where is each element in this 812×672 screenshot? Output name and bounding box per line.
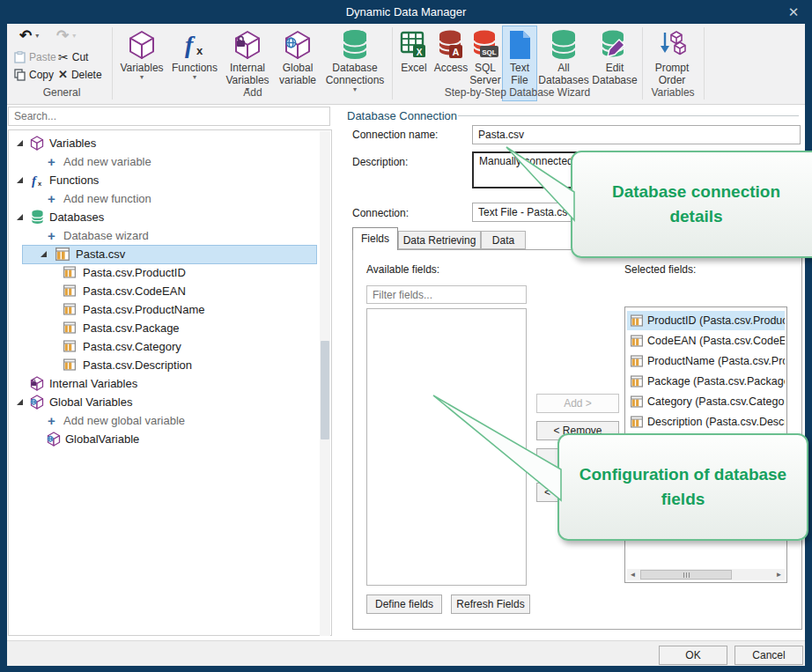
callout-connection-details: Database connection details: [571, 151, 812, 258]
tree-item-add-new-global-variable[interactable]: + Add new global variable: [9, 411, 331, 430]
selected-fields-hscrollbar[interactable]: ◄ ►: [627, 569, 785, 580]
edit-database-button[interactable]: Edit Database: [590, 28, 639, 86]
internal-variables-button[interactable]: Internal Variables ▾: [221, 28, 274, 93]
redo-button[interactable]: ↷▾: [56, 27, 76, 44]
cube-lock-icon: [30, 376, 44, 391]
tree-item-globalvariable[interactable]: GlobalVariable: [9, 430, 331, 448]
tree-item-field-codeean[interactable]: Pasta.csv.CodeEAN: [9, 282, 331, 300]
access-icon: A: [438, 28, 464, 62]
tree-item-database-wizard[interactable]: + Database wizard: [9, 226, 331, 245]
svg-text:A: A: [453, 47, 460, 57]
copy-button[interactable]: Copy: [14, 66, 54, 83]
add-button[interactable]: Add >: [536, 394, 619, 413]
define-fields-button[interactable]: Define fields: [366, 594, 442, 614]
tree-item-databases[interactable]: Databases: [9, 208, 331, 226]
selected-field-item[interactable]: CodeEAN (Pasta.csv.CodeEAN): [627, 331, 785, 351]
group-separator: [704, 27, 705, 100]
expand-arrow-icon[interactable]: [17, 177, 24, 184]
field-icon: [63, 266, 76, 278]
section-title: Database Connection: [347, 109, 457, 122]
all-databases-button[interactable]: All Databases: [538, 28, 589, 86]
scissors-icon: ✂: [58, 50, 69, 64]
available-fields-list[interactable]: [366, 308, 527, 586]
tree-label: Pasta.csv: [76, 247, 125, 261]
tab-data-retrieving[interactable]: Data Retrieving: [398, 231, 481, 249]
access-button[interactable]: A Access: [433, 28, 469, 74]
selected-field-item[interactable]: Category (Pasta.csv.Category): [627, 392, 785, 411]
tab-data[interactable]: Data: [481, 231, 526, 249]
cut-button[interactable]: ✂ Cut: [58, 48, 88, 65]
edit-database-icon: [600, 28, 630, 62]
tree-item-functions[interactable]: fx Functions: [9, 171, 331, 189]
scroll-right-icon[interactable]: ►: [773, 569, 785, 580]
tree-label: Pasta.csv.Description: [83, 358, 192, 372]
cut-label: Cut: [72, 51, 89, 63]
text-file-icon: [508, 28, 531, 62]
scroll-left-icon[interactable]: ◄: [627, 569, 639, 580]
hscrollbar-thumb[interactable]: [640, 570, 732, 580]
expand-arrow-icon[interactable]: [17, 140, 24, 147]
ribbon: ↶▾ ↷▾ Paste ✂ Cut Copy ✕: [7, 24, 805, 105]
field-icon: [63, 340, 76, 352]
tree-item-variables[interactable]: Variables: [9, 134, 331, 152]
selected-field-item[interactable]: Package (Pasta.csv.Package): [627, 372, 785, 391]
sql-server-icon: SQL: [472, 28, 498, 62]
selected-field-label: ProductID (Pasta.csv.ProductID): [647, 314, 785, 327]
plus-icon: +: [48, 414, 55, 427]
tree-item-global-variables[interactable]: Global Variables: [9, 393, 331, 411]
expand-arrow-icon[interactable]: [17, 399, 24, 406]
field-icon: [631, 355, 643, 367]
refresh-fields-button[interactable]: Refresh Fields: [451, 594, 530, 614]
expand-arrow-icon[interactable]: [41, 251, 48, 258]
search-input[interactable]: [8, 107, 330, 126]
tree-item-field-productid[interactable]: Pasta.csv.ProductID: [9, 263, 331, 282]
excel-label: Excel: [401, 62, 426, 74]
paste-button[interactable]: Paste: [14, 48, 56, 65]
sql-server-button[interactable]: SQL SQL Server: [469, 28, 502, 86]
tree-label: Add new global variable: [63, 414, 185, 427]
cancel-button[interactable]: Cancel: [734, 646, 803, 665]
tree-scrollbar-thumb[interactable]: [321, 341, 329, 439]
prompt-order-button[interactable]: Prompt Order: [647, 28, 697, 86]
ok-button[interactable]: OK: [659, 646, 727, 665]
tree-item-add-new-variable[interactable]: + Add new variable: [9, 152, 331, 171]
tree-label: Pasta.csv.ProductName: [83, 303, 204, 316]
undo-icon: ↶: [19, 26, 32, 45]
field-icon: [631, 335, 643, 347]
selected-field-item[interactable]: ProductName (Pasta.csv.ProductName): [627, 351, 785, 371]
expand-arrow-icon[interactable]: [17, 214, 24, 221]
undo-button[interactable]: ↶▾: [19, 27, 39, 44]
tree-scrollbar[interactable]: [320, 131, 330, 636]
tree-item-internal-variables[interactable]: Internal Variables: [9, 374, 331, 393]
connection-name-input[interactable]: [472, 125, 801, 144]
tree-item-field-description[interactable]: Pasta.csv.Description: [9, 356, 331, 374]
delete-button[interactable]: ✕ Delete: [58, 66, 102, 83]
close-icon[interactable]: ✕: [782, 0, 805, 24]
cube-icon: [30, 136, 44, 151]
filter-fields-input[interactable]: [366, 285, 527, 304]
functions-button[interactable]: fx Functions ▾: [171, 28, 218, 81]
tree-label: Pasta.csv.Package: [83, 321, 180, 335]
tree-item-field-category[interactable]: Pasta.csv.Category: [9, 337, 331, 356]
callout-fields-text: Configuration of database fields: [572, 462, 794, 512]
tree-label: Add new variable: [63, 155, 151, 168]
chevron-down-icon: ▾: [140, 74, 144, 81]
text-file-button[interactable]: Text File: [502, 28, 537, 86]
tab-fields[interactable]: Fields: [352, 227, 398, 250]
selected-field-item[interactable]: ProductID (Pasta.csv.ProductID): [627, 311, 785, 330]
selected-field-item[interactable]: Description (Pasta.csv.Description): [627, 412, 785, 432]
tree-item-field-package[interactable]: Pasta.csv.Package: [9, 319, 331, 337]
excel-button[interactable]: X Excel: [395, 28, 432, 74]
global-variable-button[interactable]: Global variable: [276, 28, 320, 86]
field-icon: [63, 321, 76, 334]
table-icon: [55, 247, 70, 261]
variables-button[interactable]: Variables ▾: [116, 28, 167, 81]
chevron-down-icon: ▾: [35, 33, 39, 40]
tree-item-pasta-csv[interactable]: Pasta.csv: [9, 245, 331, 263]
svg-text:x: x: [196, 44, 203, 57]
field-icon: [631, 375, 643, 388]
tree-item-field-productname[interactable]: Pasta.csv.ProductName: [9, 300, 331, 319]
database-connections-button[interactable]: Database Connections ▾: [321, 28, 389, 93]
tree-label: Add new function: [63, 192, 151, 205]
tree-item-add-new-function[interactable]: + Add new function: [9, 189, 331, 208]
